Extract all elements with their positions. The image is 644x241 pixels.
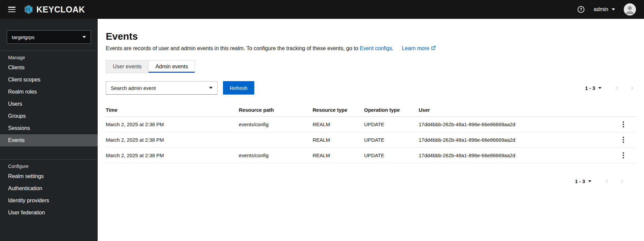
configure-section: Configure Realm settings Authentication … [0, 159, 98, 219]
pagination-next-icon[interactable] [628, 84, 636, 92]
cell-resource-type: REALM [313, 148, 364, 163]
tab-admin-events[interactable]: Admin events [149, 61, 195, 73]
column-time: Time [106, 103, 239, 117]
chevron-down-icon [588, 180, 591, 182]
cell-resource-path: events/config [239, 117, 313, 132]
cell-resource-path: events/config [239, 148, 313, 163]
cell-user: 17dd4bbb-262b-48a1-896e-66e86669aa2d [419, 132, 620, 148]
sidebar-item-user-federation[interactable]: User federation [0, 207, 98, 219]
chevron-down-icon [83, 36, 86, 38]
sidebar-item-realm-settings[interactable]: Realm settings [0, 170, 98, 182]
cell-operation-type: UPDATE [364, 117, 419, 132]
column-user: User [419, 103, 620, 117]
description-text: Events are records of user and admin eve… [106, 45, 358, 51]
nav-toggle-hamburger-icon[interactable] [8, 7, 15, 12]
cell-user: 17dd4bbb-262b-48a1-896e-66e86669aa2d [419, 117, 620, 132]
row-kebab-icon[interactable] [620, 136, 627, 144]
row-kebab-icon[interactable] [620, 151, 627, 159]
realm-name: targetgrps [12, 34, 35, 40]
table-header-row: Time Resource path Resource type Operati… [106, 103, 636, 117]
username: admin [593, 6, 608, 12]
sidebar-item-users[interactable]: Users [0, 98, 98, 110]
column-resource-path: Resource path [239, 103, 313, 117]
brand-text: KEYCLOAK [36, 5, 85, 14]
sidebar-item-authentication[interactable]: Authentication [0, 182, 98, 195]
table-row: March 2, 2025 at 2:38 PM REALM UPDATE 17… [106, 132, 636, 148]
masthead: KEYCLOAK ? admin [0, 0, 644, 19]
refresh-button[interactable]: Refresh [223, 81, 254, 95]
pagination-prev-icon[interactable] [603, 177, 611, 185]
sidebar-item-clients[interactable]: Clients [0, 62, 98, 74]
user-menu-dropdown[interactable]: admin [593, 6, 615, 12]
pagination-prev-icon[interactable] [613, 84, 621, 92]
search-admin-event-select[interactable]: Search admin event [106, 81, 218, 95]
cell-resource-type: REALM [313, 132, 364, 148]
toolbar: Search admin event Refresh 1 - 3 [106, 81, 636, 95]
masthead-right: ? admin [577, 3, 636, 15]
description-period: . [392, 45, 393, 51]
avatar[interactable] [624, 3, 636, 15]
realm-selector[interactable]: targetgrps [7, 30, 91, 44]
chevron-down-icon [612, 8, 615, 10]
column-actions [620, 103, 636, 117]
sidebar-item-groups[interactable]: Groups [0, 110, 98, 122]
column-operation-type: Operation type [364, 103, 419, 117]
pagination-bottom: 1 - 3 [106, 177, 636, 185]
search-select-value: Search admin event [111, 85, 156, 91]
sidebar-item-client-scopes[interactable]: Client scopes [0, 74, 98, 86]
cell-operation-type: UPDATE [364, 148, 419, 163]
table-row: March 2, 2025 at 2:38 PM events/config R… [106, 148, 636, 163]
keycloak-logo-icon [23, 4, 34, 15]
row-kebab-icon[interactable] [620, 120, 627, 128]
table-row: March 2, 2025 at 2:38 PM events/config R… [106, 117, 636, 132]
sidebar-item-events[interactable]: Events [0, 134, 98, 146]
cell-time: March 2, 2025 at 2:38 PM [106, 148, 239, 163]
pagination-next-icon[interactable] [618, 177, 626, 185]
external-link-icon [431, 45, 436, 51]
sidebar-item-sessions[interactable]: Sessions [0, 122, 98, 134]
chevron-down-icon [598, 87, 602, 89]
cell-time: March 2, 2025 at 2:38 PM [106, 132, 239, 148]
app-window: KEYCLOAK ? admin [0, 0, 644, 241]
help-icon[interactable]: ? [577, 6, 585, 13]
pagination-top: 1 - 3 [585, 84, 636, 92]
chevron-down-icon [209, 87, 213, 89]
tab-user-events[interactable]: User events [106, 61, 149, 73]
main-content: Events Events are records of user and ad… [98, 19, 644, 241]
cell-operation-type: UPDATE [364, 132, 419, 148]
cell-time: March 2, 2025 at 2:38 PM [106, 117, 239, 132]
keycloak-brand: KEYCLOAK [23, 4, 85, 15]
cell-resource-path [239, 132, 313, 148]
page-title: Events [106, 31, 636, 42]
cell-user: 17dd4bbb-262b-48a1-896e-66e86669aa2d [419, 148, 620, 163]
pagination-range-dropdown[interactable]: 1 - 3 [585, 85, 602, 91]
event-configs-link[interactable]: Event configs [360, 45, 392, 51]
configure-section-label: Configure [0, 160, 98, 170]
column-resource-type: Resource type [313, 103, 364, 117]
sidebar-item-realm-roles[interactable]: Realm roles [0, 86, 98, 98]
sidebar-item-identity-providers[interactable]: Identity providers [0, 195, 98, 207]
cell-resource-type: REALM [313, 117, 364, 132]
sidebar: targetgrps Manage Clients Client scopes … [0, 19, 98, 241]
admin-events-table: Time Resource path Resource type Operati… [106, 103, 636, 163]
manage-section-label: Manage [0, 51, 98, 62]
learn-more-link[interactable]: Learn more [402, 45, 436, 51]
tabs: User events Admin events [106, 60, 195, 73]
manage-section: Manage Clients Client scopes Realm roles… [0, 51, 98, 146]
svg-text:?: ? [580, 7, 582, 12]
page-description: Events are records of user and admin eve… [106, 45, 636, 51]
pagination-range-dropdown[interactable]: 1 - 3 [575, 178, 591, 184]
